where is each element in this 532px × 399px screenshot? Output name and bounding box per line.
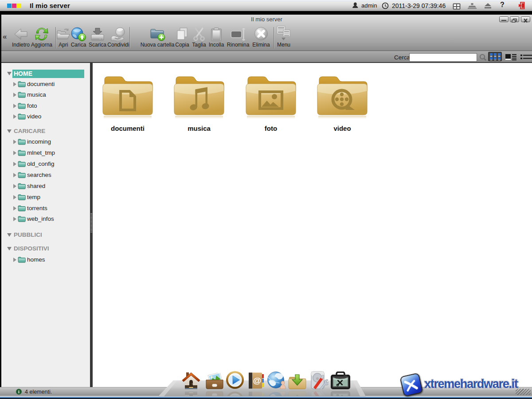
svg-text:@: @ bbox=[253, 395, 262, 396]
